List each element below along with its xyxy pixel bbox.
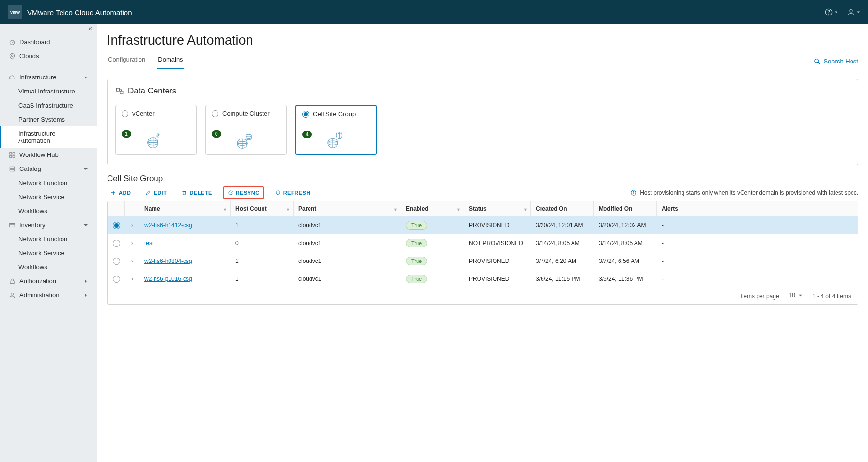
row-radio[interactable]: [113, 222, 120, 229]
chevron-down-icon: [856, 10, 860, 14]
col-select: [108, 201, 125, 216]
sidebar-group-catalog[interactable]: Catalog: [0, 162, 97, 176]
lock-icon: [9, 278, 16, 285]
col-created[interactable]: Created On: [531, 201, 594, 216]
col-enabled[interactable]: Enabled▼: [401, 201, 464, 216]
col-status[interactable]: Status▼: [464, 201, 531, 216]
tab-configuration[interactable]: Configuration: [107, 53, 146, 69]
grid-footer: Items per page 10 1 - 4 of 4 Items: [108, 288, 858, 304]
location-icon: [9, 53, 16, 60]
sidebar-collapse-icon[interactable]: «: [0, 24, 97, 32]
chevron-down-icon: [83, 75, 88, 80]
svg-line-17: [818, 62, 820, 64]
chevron-right-icon: [83, 279, 88, 284]
svg-rect-6: [13, 152, 15, 154]
expand-icon[interactable]: ›: [125, 217, 140, 233]
row-radio[interactable]: [113, 240, 120, 247]
sidebar-label: Infrastructure: [19, 74, 57, 81]
sidebar-item-catalog-workflows[interactable]: Workflows: [0, 204, 97, 218]
expand-icon[interactable]: ›: [125, 235, 140, 251]
cell-created: 3/14/24, 8:05 AM: [531, 235, 594, 251]
dashboard-icon: [9, 39, 16, 46]
row-radio[interactable]: [113, 276, 120, 283]
ipp-select[interactable]: 10: [787, 292, 805, 300]
name-link[interactable]: w2-hs6-h0804-csg: [144, 258, 192, 264]
radio-icon: [122, 110, 128, 117]
tab-domains[interactable]: Domains: [157, 53, 184, 69]
sidebar-item-catalog-nf[interactable]: Network Function: [0, 176, 97, 190]
chevron-down-icon: [83, 167, 88, 171]
sidebar-item-dashboard[interactable]: Dashboard: [0, 35, 97, 49]
cell-status: PROVISIONED: [464, 271, 531, 287]
delete-button[interactable]: DELETE: [178, 187, 215, 198]
sidebar-item-virtual-infra[interactable]: Virtual Infrastructure: [0, 84, 97, 98]
search-host-button[interactable]: Search Host: [814, 58, 858, 69]
dc-card-compute-cluster[interactable]: Compute Cluster 0: [205, 105, 287, 155]
svg-rect-5: [10, 152, 12, 154]
sidebar-item-inv-workflows[interactable]: Workflows: [0, 260, 97, 274]
name-link[interactable]: test: [144, 240, 154, 246]
sidebar-item-catalog-ns[interactable]: Network Service: [0, 190, 97, 204]
table-row[interactable]: ›w2-hs6-p1016-csg1cloudvc1TruePROVISIONE…: [108, 270, 858, 288]
resync-button[interactable]: RESYNC: [223, 186, 264, 199]
col-label: Enabled: [406, 205, 429, 212]
sidebar-group-administration[interactable]: Administration: [0, 288, 97, 302]
sidebar-item-caas-infra[interactable]: CaaS Infrastructure: [0, 98, 97, 112]
filter-icon[interactable]: ▼: [223, 207, 227, 212]
cell-parent: cloudvc1: [294, 271, 401, 287]
dc-count-badge: 0: [212, 130, 221, 138]
filter-icon[interactable]: ▼: [286, 207, 290, 212]
sidebar-label: Clouds: [19, 52, 39, 60]
chevron-right-icon: [83, 293, 88, 298]
filter-icon[interactable]: ▼: [393, 207, 398, 212]
svg-point-16: [815, 59, 819, 62]
filter-icon[interactable]: ▼: [523, 207, 527, 212]
sidebar-group-infrastructure[interactable]: Infrastructure: [0, 70, 97, 84]
sidebar-item-inv-ns[interactable]: Network Service: [0, 246, 97, 260]
globe-antenna-icon: [326, 129, 345, 150]
sidebar-item-workflow-hub[interactable]: Workflow Hub: [0, 148, 97, 162]
globe-stack-icon: [235, 130, 254, 151]
radio-icon: [212, 110, 218, 117]
datacenter-icon: [115, 87, 124, 95]
top-bar: vmw VMware Telco Cloud Automation: [0, 0, 868, 24]
sidebar-group-inventory[interactable]: Inventory: [0, 218, 97, 232]
info-icon: [630, 189, 637, 196]
sidebar-label: CaaS Infrastructure: [18, 102, 73, 109]
col-modified[interactable]: Modified On: [594, 201, 657, 216]
dc-card-vcenter[interactable]: vCenter 1: [115, 105, 197, 155]
col-parent[interactable]: Parent▼: [294, 201, 401, 216]
table-row[interactable]: ›w2-hs6-h0804-csg1cloudvc1TruePROVISIONE…: [108, 252, 858, 270]
help-icon[interactable]: [824, 8, 838, 16]
sidebar-item-clouds[interactable]: Clouds: [0, 49, 97, 63]
sidebar-label: Network Function: [18, 179, 67, 186]
sidebar-item-inv-nf[interactable]: Network Function: [0, 232, 97, 246]
col-alerts[interactable]: Alerts: [657, 201, 858, 216]
sidebar-item-infra-automation[interactable]: Infrastructure Automation: [0, 126, 97, 148]
filter-icon[interactable]: ▼: [456, 207, 461, 212]
sidebar-label: Partner Systems: [18, 116, 65, 123]
refresh-icon: [228, 190, 233, 196]
user-icon[interactable]: [847, 8, 860, 16]
refresh-icon: [275, 190, 281, 196]
dc-card-cell-site-group[interactable]: Cell Site Group 4: [295, 105, 377, 155]
data-centers-panel: Data Centers vCenter 1 Compute Cluster 0: [107, 79, 858, 165]
sidebar-group-authorization[interactable]: Authorization: [0, 274, 97, 288]
name-link[interactable]: w2-hs6-h1412-csg: [144, 222, 192, 229]
row-radio[interactable]: [113, 258, 120, 265]
col-name[interactable]: Name▼: [140, 201, 231, 216]
add-button[interactable]: ADD: [107, 187, 134, 198]
sidebar-label: Catalog: [19, 165, 41, 172]
expand-icon[interactable]: ›: [125, 271, 140, 287]
table-row[interactable]: ›test0cloudvc1TrueNOT PROVISIONED3/14/24…: [108, 234, 858, 252]
refresh-button[interactable]: REFRESH: [272, 187, 314, 198]
table-row[interactable]: ›w2-hs6-h1412-csg1cloudvc1TruePROVISIONE…: [108, 216, 858, 234]
edit-button[interactable]: EDIT: [142, 187, 170, 198]
name-link[interactable]: w2-hs6-p1016-csg: [144, 276, 192, 282]
col-host-count[interactable]: Host Count▼: [231, 201, 294, 216]
expand-icon[interactable]: ›: [125, 253, 140, 269]
svg-point-27: [339, 133, 340, 134]
sidebar-item-partner-systems[interactable]: Partner Systems: [0, 112, 97, 126]
enabled-badge: True: [406, 275, 427, 283]
cell-host: 1: [231, 271, 294, 287]
